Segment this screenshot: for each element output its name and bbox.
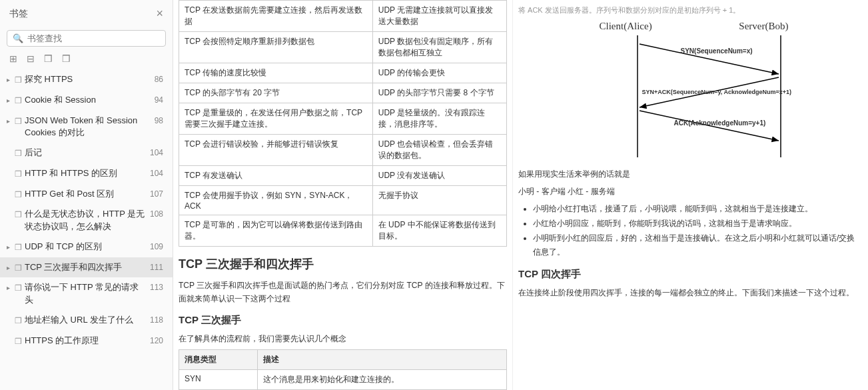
table-row: TCP 是重量级的，在发送任何用户数据之前，TCP需要三次握手建立连接。UDP … — [179, 103, 507, 135]
bookmark-label: 探究 HTTPS — [25, 73, 151, 85]
sidebar-header: 书签 × — [0, 0, 173, 27]
paragraph: 如果用现实生活来举例的话就是 — [518, 167, 863, 181]
tcp-udp-compare-table: TCP 在发送数据前先需要建立连接，然后再发送数据UDP 无需建立连接就可以直接… — [179, 0, 507, 247]
table-row: TCP 传输的速度比较慢UDP 的传输会更快 — [179, 63, 507, 83]
bookmark-alt-icon[interactable]: ❒ — [62, 53, 71, 64]
bookmark-glyph-icon: ❒ — [15, 336, 22, 347]
bookmark-glyph-icon: ❒ — [15, 263, 22, 274]
sidebar-title: 书签 — [9, 8, 28, 20]
bookmark-list: ▸❒探究 HTTPS86▸❒Cookie 和 Session94▸❒JSON W… — [0, 69, 173, 390]
table-row: TCP 的头部字节有 20 字节UDP 的头部字节只需要 8 个字节 — [179, 83, 507, 103]
table-row: SYN这个消息是用来初始化和建立连接的。 — [179, 370, 507, 390]
bookmark-page: 94 — [155, 95, 163, 106]
bookmark-item[interactable]: ❒什么是无状态协议，HTTP 是无状态协议吗，怎么解决108 — [0, 204, 173, 236]
list-item: 小红给小明回应，能听到，你能听到我说的话吗，这就相当于是请求响应。 — [533, 217, 863, 231]
expand-all-icon[interactable]: ⊞ — [9, 53, 17, 64]
bookmark-glyph-icon: ❒ — [15, 189, 22, 201]
bookmark-page: 118 — [150, 315, 163, 326]
table-row: TCP 会进行错误校验，并能够进行错误恢复UDP 也会错误检查，但会丢弃错误的数… — [179, 135, 507, 166]
paragraph: TCP 三次握手和四次挥手也是面试题的热门考点，它们分别对应 TCP 的连接和释… — [179, 279, 507, 306]
search-box[interactable]: 🔍 — [7, 30, 166, 47]
bookmark-label: 什么是无状态协议，HTTP 是无状态协议吗，怎么解决 — [25, 208, 146, 232]
bookmark-page: 104 — [150, 168, 163, 179]
bookmark-glyph-icon: ❒ — [15, 116, 22, 127]
bookmark-label: 后记 — [25, 147, 146, 159]
table-row: TCP 会使用握手协议，例如 SYN，SYN-ACK，ACK无握手协议 — [179, 186, 507, 215]
bookmark-page: 113 — [150, 282, 163, 293]
table-row: TCP 是可靠的，因为它可以确保将数据传送到路由器。在 UDP 中不能保证将数据… — [179, 215, 507, 247]
chevron-right-icon: ▸ — [7, 283, 12, 293]
bookmark-label: JSON Web Token 和 Session Cookies 的对比 — [25, 115, 151, 139]
bookmark-glyph-icon: ❒ — [15, 283, 22, 294]
close-icon[interactable]: × — [156, 7, 163, 21]
diagram-msg-3: ACK(AcknowledgeNum=y+1) — [674, 119, 766, 127]
handshake-diagram: Client(Alice) Server(Bob) SYN(SequenceNu… — [581, 21, 801, 161]
bookmark-icon[interactable]: ❒ — [44, 53, 53, 64]
bookmark-glyph-icon: ❒ — [15, 148, 22, 159]
section-heading: TCP 三次握手和四次挥手 — [179, 256, 507, 272]
bookmark-page: 109 — [150, 241, 163, 253]
bookmark-label: HTTP Get 和 Post 区别 — [25, 188, 146, 200]
analogy-list: 小明给小红打电话，接通了后，小明说喂，能听到吗，这就相当于是连接建立。小红给小明… — [518, 202, 863, 259]
subsection-heading: TCP 四次挥手 — [518, 268, 863, 281]
chevron-right-icon: ▸ — [7, 75, 12, 85]
bookmark-label: TCP 三次握手和四次挥手 — [25, 261, 146, 273]
chevron-right-icon: ▸ — [7, 96, 12, 105]
sidebar-toolbar: ⊞ ⊟ ❒ ❒ — [0, 53, 173, 69]
bookmark-page: 120 — [150, 335, 163, 347]
bookmark-label: 地址栏输入 URL 发生了什么 — [25, 314, 146, 326]
page-left: TCP 在发送数据前先需要建立连接，然后再发送数据UDP 无需建立连接就可以直接… — [173, 0, 513, 390]
search-input[interactable] — [27, 33, 160, 43]
bookmark-label: 请你说一下 HTTP 常见的请求头 — [25, 281, 146, 305]
table-row: TCP 会按照特定顺序重新排列数据包UDP 数据包没有固定顺序，所有数据包都相互… — [179, 32, 507, 63]
content-area: TCP 在发送数据前先需要建立连接，然后再发送数据UDP 无需建立连接就可以直接… — [173, 0, 868, 390]
bookmark-glyph-icon: ❒ — [15, 209, 22, 221]
bookmark-item[interactable]: ▸❒JSON Web Token 和 Session Cookies 的对比98 — [0, 111, 173, 143]
bookmark-item[interactable]: ❒地址栏输入 URL 发生了什么118 — [0, 310, 173, 331]
bookmark-label: HTTP 和 HTTPS 的区别 — [25, 167, 146, 179]
paragraph: 小明 - 客户端 小红 - 服务端 — [518, 185, 863, 198]
message-type-table: 消息类型描述 SYN这个消息是用来初始化和建立连接的。ACK帮助对方确认收到的 … — [179, 349, 507, 390]
bookmark-item[interactable]: ▸❒Cookie 和 Session94 — [0, 90, 173, 111]
bookmark-item[interactable]: ❒HTTP 和 HTTPS 的区别104 — [0, 163, 173, 184]
bookmark-item[interactable]: ▸❒UDP 和 TCP 的区别109 — [0, 237, 173, 257]
subsection-heading: TCP 三次握手 — [179, 314, 507, 327]
diagram-msg-2: SYN+ACK(SequenceNum=y, AcknowledgeNum=x+… — [642, 89, 792, 95]
paragraph: 在了解具体的流程前，我们需要先认识几个概念 — [179, 332, 507, 345]
bookmark-glyph-icon: ❒ — [15, 242, 22, 253]
bookmark-item[interactable]: ▸❒TCP 三次握手和四次挥手111 — [0, 257, 173, 278]
page-right: 将 ACK 发送回服务器。序列号和数据分别对应的是初始序列号 + 1。 Clie… — [513, 0, 868, 390]
bookmark-item[interactable]: ❒HTTP Get 和 Post 区别107 — [0, 184, 173, 205]
bookmark-page: 86 — [155, 74, 163, 85]
bookmark-item[interactable]: ▸❒请你说一下 HTTP 常见的请求头113 — [0, 277, 173, 309]
table-row: TCP 有发送确认UDP 没有发送确认 — [179, 166, 507, 186]
bookmark-label: HTTPS 的工作原理 — [25, 335, 146, 347]
bookmark-label: Cookie 和 Session — [25, 94, 151, 106]
bookmark-item[interactable]: ▸❒探究 HTTPS86 — [0, 69, 173, 90]
search-icon: 🔍 — [13, 33, 23, 43]
chevron-right-icon: ▸ — [7, 243, 12, 252]
bookmark-glyph-icon: ❒ — [15, 95, 22, 107]
bookmark-page: 98 — [155, 115, 163, 127]
bookmark-item[interactable]: ❒后记104 — [0, 143, 173, 163]
table-row: TCP 在发送数据前先需要建立连接，然后再发送数据UDP 无需建立连接就可以直接… — [179, 1, 507, 32]
chevron-right-icon: ▸ — [7, 117, 12, 126]
bookmark-glyph-icon: ❒ — [15, 75, 22, 86]
collapse-all-icon[interactable]: ⊟ — [27, 53, 35, 64]
list-item: 小明听到小红的回应后，好的，这相当于是连接确认。在这之后小明和小红就可以通话/交… — [533, 231, 863, 260]
bookmark-item[interactable]: ❒HTTPS 的工作原理120 — [0, 331, 173, 351]
bookmark-glyph-icon: ❒ — [15, 315, 22, 327]
paragraph: 在连接终止阶段使用四次挥手，连接的每一端都会独立的终止。下面我们来描述一下这个过… — [518, 286, 863, 299]
bookmark-page: 111 — [150, 262, 163, 273]
bookmark-page: 107 — [150, 189, 163, 200]
bookmark-glyph-icon: ❒ — [15, 169, 22, 180]
bookmark-page: 108 — [150, 209, 163, 220]
chevron-right-icon: ▸ — [7, 263, 12, 273]
diagram-msg-1: SYN(SequenceNum=x) — [681, 47, 753, 55]
list-item: 小明给小红打电话，接通了后，小明说喂，能听到吗，这就相当于是连接建立。 — [533, 202, 863, 217]
bookmark-label: UDP 和 TCP 的区别 — [25, 241, 146, 253]
bookmarks-sidebar: 书签 × 🔍 ⊞ ⊟ ❒ ❒ ▸❒探究 HTTPS86▸❒Cookie 和 Se… — [0, 0, 173, 390]
truncated-text: 将 ACK 发送回服务器。序列号和数据分别对应的是初始序列号 + 1。 — [518, 4, 863, 17]
bookmark-page: 104 — [150, 147, 163, 159]
